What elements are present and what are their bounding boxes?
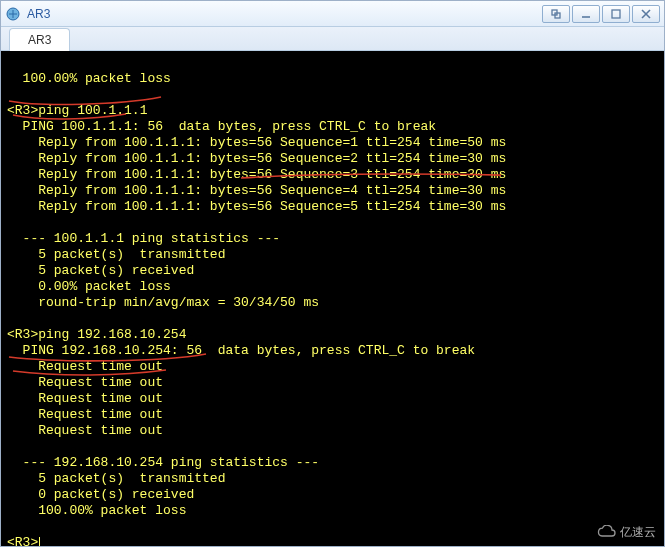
command-text: ping 192.168.10.254 xyxy=(38,327,186,342)
tab-ar3[interactable]: AR3 xyxy=(9,28,70,51)
svg-rect-4 xyxy=(612,10,620,18)
window-title: AR3 xyxy=(27,7,542,21)
output-line: --- 100.1.1.1 ping statistics --- xyxy=(7,231,280,246)
output-line: PING 192.168.10.254: 56 data bytes, pres… xyxy=(7,343,475,358)
output-line: Reply from 100.1.1.1: bytes=56 Sequence=… xyxy=(7,151,506,166)
minimize-button[interactable] xyxy=(572,5,600,23)
close-button[interactable] xyxy=(632,5,660,23)
output-line: 5 packet(s) received xyxy=(7,263,194,278)
detach-button[interactable] xyxy=(542,5,570,23)
output-line: Reply from 100.1.1.1: bytes=56 Sequence=… xyxy=(7,167,506,182)
output-line: 100.00% packet loss xyxy=(7,503,186,518)
output-line: Reply from 100.1.1.1: bytes=56 Sequence=… xyxy=(7,135,506,150)
output-line: Request time out xyxy=(7,359,163,374)
prompt: <R3> xyxy=(7,327,38,342)
command-text: ping 100.1.1.1 xyxy=(38,103,147,118)
output-line: 0.00% packet loss xyxy=(7,279,171,294)
watermark: 亿速云 xyxy=(596,524,656,540)
output-line: Reply from 100.1.1.1: bytes=56 Sequence=… xyxy=(7,183,506,198)
prompt: <R3> xyxy=(7,103,38,118)
output-line: 5 packet(s) transmitted xyxy=(7,247,225,262)
title-bar: AR3 xyxy=(1,1,664,27)
prompt: <R3> xyxy=(7,535,38,546)
app-window: AR3 AR3 100.00% packet loss <R3>ping 100… xyxy=(0,0,665,547)
cursor xyxy=(39,537,40,546)
output-line: Reply from 100.1.1.1: bytes=56 Sequence=… xyxy=(7,199,506,214)
output-line: 5 packet(s) transmitted xyxy=(7,471,225,486)
cloud-icon xyxy=(596,525,616,539)
output-line: Request time out xyxy=(7,391,163,406)
app-icon xyxy=(5,6,21,22)
output-line: PING 100.1.1.1: 56 data bytes, press CTR… xyxy=(7,119,436,134)
output-line: 100.00% packet loss xyxy=(7,71,171,86)
maximize-button[interactable] xyxy=(602,5,630,23)
output-line: Request time out xyxy=(7,423,163,438)
watermark-text: 亿速云 xyxy=(620,524,656,540)
output-line: 0 packet(s) received xyxy=(7,487,194,502)
output-line: round-trip min/avg/max = 30/34/50 ms xyxy=(7,295,319,310)
output-line: --- 192.168.10.254 ping statistics --- xyxy=(7,455,319,470)
output-line: Request time out xyxy=(7,375,163,390)
tab-strip: AR3 xyxy=(1,27,664,51)
terminal[interactable]: 100.00% packet loss <R3>ping 100.1.1.1 P… xyxy=(1,51,664,546)
window-controls xyxy=(542,5,660,23)
output-line: Request time out xyxy=(7,407,163,422)
